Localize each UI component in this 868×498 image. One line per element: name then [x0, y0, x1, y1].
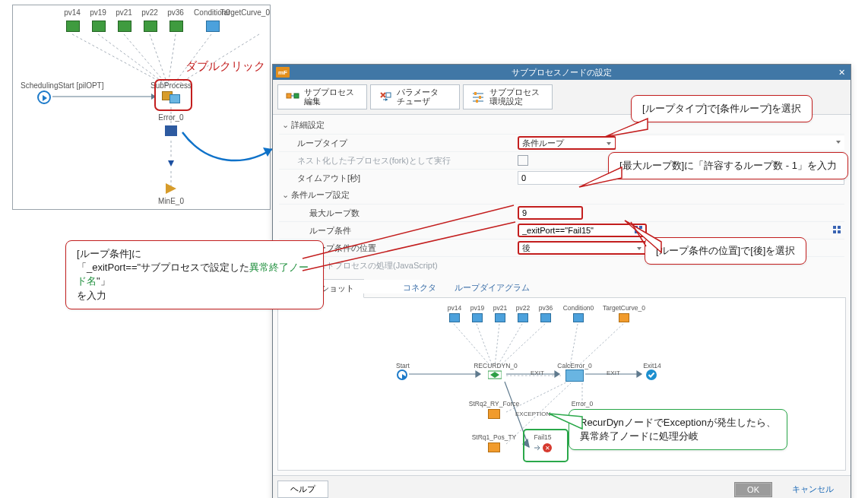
loop-cond-label: ループ条件	[309, 225, 518, 236]
condition-node-icon[interactable]	[206, 21, 220, 32]
tc-label: TargetCurve_0	[220, 8, 270, 17]
help-button[interactable]: ヘルプ	[277, 481, 328, 498]
workflow-graph-panel: pv14 pv19 pv21 pv22 pv36 Condition0 Targ…	[12, 5, 271, 210]
svg-marker-40	[637, 371, 641, 377]
tb-l1: サブプロセス	[304, 88, 354, 97]
pv-exit-label-1: EXIT	[531, 370, 544, 376]
pv-exit-label-2: EXIT	[607, 370, 620, 376]
callout-text: [ループ条件の位置]で[後]を選択	[656, 245, 795, 256]
tab-connector[interactable]: コネクタ	[394, 279, 445, 298]
svg-line-27	[497, 324, 522, 366]
ok-button[interactable]: OK	[734, 482, 772, 497]
row-max-loop: 最大ループ数	[279, 204, 844, 221]
loop-settings-section-header[interactable]: 条件ループ設定	[279, 186, 844, 204]
callout-exception-branch: RecurDynノードでExceptionが発生したら、 異常終了ノードに処理分…	[569, 409, 787, 450]
pv-exit14-label: Exit14	[643, 362, 661, 370]
callout-text: [最大ループ数]に「許容するループ数 - 1」を入力	[619, 160, 837, 171]
pv-strq2-icon	[488, 409, 500, 419]
loop-type-value: 条件ループ	[522, 138, 564, 149]
svg-rect-22	[479, 96, 481, 99]
callout-max-loop: [最大ループ数]に「許容するループ数 - 1」を入力	[608, 152, 848, 179]
fail15-highlight	[523, 429, 569, 462]
pv-node-icon[interactable]	[144, 21, 157, 32]
svg-rect-14	[294, 94, 299, 98]
svg-line-1	[98, 34, 168, 86]
subprocess-edit-button[interactable]: サブプロセス編集	[277, 84, 367, 109]
pv-exit14-icon	[646, 370, 657, 380]
callout-text-l2a: 「_exitPort=="サブプロセスで設定した	[77, 262, 249, 273]
svg-rect-13	[287, 94, 291, 98]
pv-recurdyn-icon	[488, 370, 502, 380]
double-click-annotation: ダブルクリック	[185, 59, 265, 74]
pv-node-icon[interactable]	[169, 21, 183, 32]
pv-strq1-label: StRq1_Pos_TY	[472, 433, 517, 441]
error-node-icon[interactable]	[165, 125, 177, 136]
loop-cond-pos-label: ループ条件の位置	[309, 243, 518, 254]
pv-strq2-label: StRq2_RY_Force	[469, 400, 519, 408]
loop-type-select[interactable]: 条件ループ	[518, 136, 616, 150]
start-node-icon[interactable]	[37, 90, 51, 104]
svg-rect-16	[386, 93, 391, 97]
loop-cond-pos-select[interactable]: 後	[518, 241, 647, 255]
svg-line-25	[477, 324, 493, 366]
svg-rect-21	[474, 92, 477, 95]
svg-marker-36	[476, 371, 480, 377]
callout-loop-type: [ループタイプ]で[条件ループ]を選択	[631, 95, 813, 122]
minE-label: MinE_0	[158, 197, 184, 205]
svg-line-28	[499, 324, 545, 366]
minE-node-icon[interactable]	[166, 183, 176, 194]
loop-cond-input[interactable]	[518, 224, 647, 237]
svg-line-2	[124, 34, 168, 86]
tab-loop-diagram[interactable]: ループダイアグラム	[445, 279, 539, 298]
row-loop-type: ループタイプ 条件ループ	[279, 134, 844, 151]
parameter-chooser-button[interactable]: パラメータチューザ	[370, 84, 460, 109]
pv-start-label: Start	[396, 362, 410, 370]
pv-node-icon[interactable]	[66, 21, 80, 32]
pv-label: pv21	[116, 8, 132, 17]
dialog-title: サブプロセスノードの設定	[273, 67, 851, 78]
callout-text-l2: 異常終了ノードに処理分岐	[580, 430, 776, 443]
callout-text-l1: [ループ条件]に	[77, 247, 312, 261]
tb-l1: サブプロセス	[489, 88, 540, 97]
pv-recurdyn-label: RECURDYN_0	[474, 362, 518, 370]
timeout-label: タイムアウト[秒]	[297, 173, 518, 184]
pv-node-icon[interactable]	[92, 21, 106, 32]
tb-l1: パラメータ	[397, 88, 439, 97]
row-loop-cond: ループ条件	[279, 221, 844, 239]
loop-cond-pos-value: 後	[522, 243, 531, 254]
tab-bar: スナップショット ノード コネクタ ループダイアグラム	[277, 278, 846, 298]
param-chooser-icon	[379, 90, 392, 104]
callout-text-l2c: "」	[97, 275, 110, 287]
svg-line-3	[150, 34, 168, 86]
max-loop-input[interactable]	[518, 206, 583, 220]
pv-label: pv36	[167, 8, 184, 17]
cancel-button[interactable]: キャンセル	[780, 481, 846, 497]
grid-icon[interactable]	[833, 226, 842, 235]
pv-label: pv14	[64, 8, 81, 17]
pv-start-icon	[397, 370, 407, 380]
pv-calcerror-label: CalcError_0	[557, 362, 591, 370]
grid-icon[interactable]	[635, 226, 644, 235]
max-loop-label: 最大ループ数	[309, 208, 518, 219]
svg-line-30	[578, 324, 623, 366]
svg-marker-17	[385, 98, 388, 101]
callout-loop-cond: [ループ条件]に 「_exitPort=="サブプロセスで設定した異常終了ノード…	[65, 240, 324, 309]
nested-fork-checkbox[interactable]	[518, 155, 528, 166]
loop-type-label: ループタイプ	[297, 138, 518, 149]
dialog-title-bar[interactable]: mF サブプロセスノードの設定 ✕	[273, 65, 851, 80]
close-icon[interactable]: ✕	[835, 66, 847, 78]
pv-calcerror-icon	[565, 370, 584, 382]
svg-line-29	[570, 324, 578, 366]
pv-error-label: Error_0	[572, 400, 593, 408]
pv-label: pv19	[90, 8, 106, 17]
svg-line-26	[495, 324, 499, 366]
callout-text-l3: を入力	[77, 289, 312, 303]
pv-exception-label: EXCEPTION	[515, 411, 550, 417]
subprocess-env-button[interactable]: サブプロセス環境設定	[463, 84, 553, 109]
app-badge-icon: mF	[276, 67, 290, 78]
svg-rect-23	[476, 100, 478, 103]
callout-text: [ループタイプ]で[条件ループ]を選択	[642, 103, 801, 114]
tb-l2: 編集	[304, 97, 354, 106]
pv-node-icon[interactable]	[118, 21, 131, 32]
svg-marker-38	[555, 371, 559, 377]
